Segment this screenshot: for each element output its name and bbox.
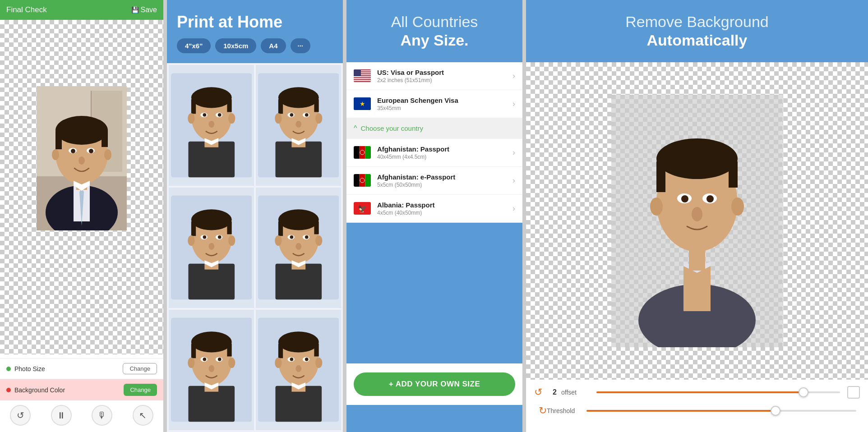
passport-photo-1: [171, 68, 252, 183]
albania-size: 4x5cm (40x50mm): [377, 210, 512, 216]
flag-af-2: [354, 174, 371, 187]
passport-photo-4: [258, 190, 339, 305]
photo-size-text: Photo Size: [14, 365, 45, 372]
eu-country-name: European Schengen Visa: [377, 97, 512, 104]
photo-cell-5: [169, 310, 254, 430]
country-item-eu[interactable]: ★ European Schengen Visa 35x45mm ›: [346, 90, 522, 118]
cursor-button[interactable]: ↖: [133, 405, 153, 426]
photo-cell-6: [256, 310, 341, 430]
badge-4x6[interactable]: 4"x6": [177, 38, 211, 53]
svg-point-27: [203, 113, 206, 117]
threshold-label: Threshold: [547, 407, 583, 414]
photo-size-change-button[interactable]: Change: [123, 363, 157, 374]
country-item-af-epassport[interactable]: Afghanistan: e-Passport 5x5cm (50x50mm) …: [346, 167, 522, 195]
svg-point-9: [55, 116, 108, 145]
save-button[interactable]: 💾 Save: [131, 6, 157, 14]
pause-button[interactable]: ⏸: [51, 405, 72, 426]
svg-point-147: [706, 195, 714, 202]
panel3-country-list: US: Visa or Passport 2x2 inches (51x51mm…: [346, 62, 522, 432]
svg-point-52: [191, 210, 232, 230]
af-passport-name: Afghanistan: Passport: [377, 145, 512, 153]
svg-point-17: [52, 149, 59, 160]
passport-photo-3: [171, 190, 252, 305]
albania-info: Albania: Passport 4x5cm (40x50mm): [377, 201, 512, 216]
svg-rect-116: [354, 80, 371, 81]
svg-point-91: [228, 358, 235, 368]
offset-label: offset: [561, 389, 593, 396]
af-epassport-info: Afghanistan: e-Passport 5x5cm (50x50mm): [377, 173, 512, 188]
panel1-bottom-controls: Photo Size Change Background Color Chang…: [0, 354, 163, 432]
choose-country-row[interactable]: ^ Choose your country: [346, 118, 522, 139]
panel-print-at-home: Print at Home 4"x6" 10x5cm A4 ···: [167, 0, 343, 432]
svg-point-142: [650, 198, 663, 216]
us-country-size: 2x2 inches (51x51mm): [377, 77, 512, 83]
us-chevron: ›: [512, 71, 515, 81]
svg-rect-117: [354, 69, 361, 76]
svg-rect-124: [354, 174, 360, 187]
undo-icon: ↺: [17, 410, 24, 421]
redo-threshold-button[interactable]: ↻: [539, 405, 547, 417]
panel1-header: Final Check 💾 Save: [0, 0, 163, 20]
country-item-af-passport[interactable]: Afghanistan: Passport 40x45mm (4x4.5cm) …: [346, 139, 522, 167]
svg-point-90: [188, 358, 194, 368]
add-own-size-button[interactable]: + ADD YOUR OWN SIZE: [354, 372, 515, 396]
country-item-us[interactable]: US: Visa or Passport 2x2 inches (51x51mm…: [346, 62, 522, 90]
svg-point-105: [275, 358, 282, 368]
offset-slider-thumb: [799, 387, 808, 397]
offset-color-swatch[interactable]: [847, 386, 860, 399]
panel4-title: Remove Background Automatically: [536, 13, 858, 50]
svg-point-28: [218, 113, 222, 117]
pause-icon: ⏸: [57, 410, 66, 421]
passport-photo-5: [171, 313, 252, 427]
panel-all-countries: All Countries Any Size. US: Visa or Pa: [346, 0, 522, 432]
svg-rect-115: [354, 78, 371, 79]
svg-point-37: [278, 87, 319, 108]
svg-point-73: [305, 235, 309, 239]
svg-point-18: [104, 149, 111, 160]
panel3-header: All Countries Any Size.: [346, 0, 522, 62]
panel4-face-svg: [611, 95, 783, 347]
offset-slider-track[interactable]: [596, 391, 840, 393]
photo-cell-2: [256, 65, 341, 185]
background-color-row: Background Color Change: [0, 379, 163, 400]
svg-point-57: [203, 235, 206, 239]
badge-more[interactable]: ···: [291, 38, 311, 53]
svg-point-61: [228, 235, 235, 246]
photo-size-row: Photo Size Change: [0, 358, 163, 379]
undo-button[interactable]: ↺: [10, 405, 31, 426]
offset-slider-fill: [596, 391, 803, 393]
country-item-albania[interactable]: 🦅 Albania: Passport 4x5cm (40x50mm) ›: [346, 195, 522, 223]
svg-point-75: [275, 235, 282, 246]
svg-point-87: [203, 358, 206, 361]
badge-10x5cm[interactable]: 10x5cm: [215, 38, 256, 53]
mic-off-button[interactable]: 🎙: [92, 405, 112, 426]
background-color-change-button[interactable]: Change: [124, 384, 157, 396]
svg-point-82: [191, 332, 232, 353]
badge-a4[interactable]: A4: [261, 38, 286, 53]
svg-rect-83: [191, 344, 196, 358]
face-svg: [37, 86, 127, 230]
us-country-info: US: Visa or Passport 2x2 inches (51x51mm…: [377, 69, 512, 83]
choose-country-text: Choose your country: [361, 124, 423, 132]
mic-off-icon: 🎙: [97, 410, 106, 421]
svg-rect-113: [354, 74, 371, 75]
svg-rect-69: [314, 221, 319, 234]
svg-point-74: [295, 243, 301, 250]
svg-rect-68: [278, 221, 283, 236]
threshold-slider-track[interactable]: [586, 410, 856, 412]
svg-point-44: [295, 121, 301, 128]
svg-point-102: [290, 358, 293, 361]
svg-point-43: [305, 113, 309, 117]
panel4-header: Remove Background Automatically: [526, 0, 868, 62]
svg-rect-39: [314, 99, 319, 112]
panel1-photo-area: [0, 20, 163, 354]
panel2-photo-grid: [167, 63, 343, 432]
svg-point-60: [188, 235, 194, 246]
save-icon: 💾: [131, 6, 139, 14]
photo-cell-4: [256, 188, 341, 308]
svg-point-97: [278, 332, 319, 353]
cursor-icon: ↖: [139, 410, 147, 421]
undo-offset-button[interactable]: ↺: [534, 386, 542, 398]
eu-country-size: 35x45mm: [377, 105, 512, 111]
svg-point-31: [228, 113, 235, 124]
